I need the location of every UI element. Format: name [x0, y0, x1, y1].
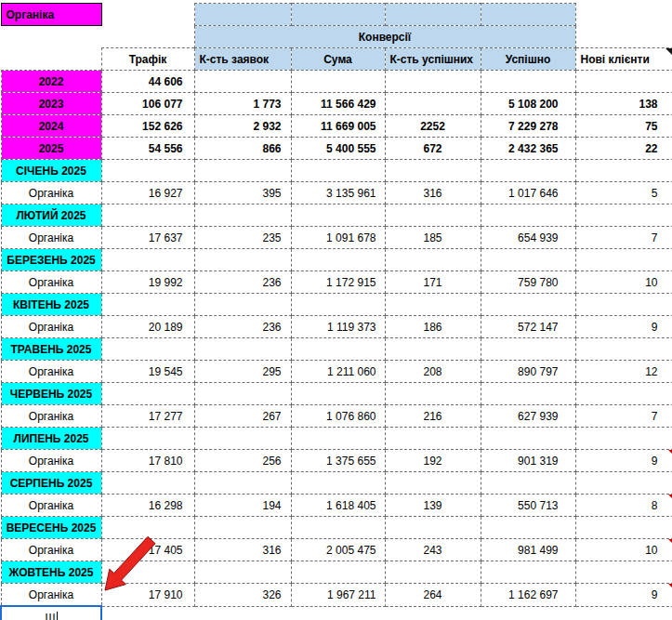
value-cell[interactable]: 7 229 278 [481, 115, 575, 138]
month-header[interactable]: ВЕРЕСЕНЬ 2025 [1, 517, 101, 539]
column-header-success[interactable]: Успішно [481, 48, 575, 71]
empty-cell[interactable] [481, 338, 575, 361]
empty-cell[interactable] [575, 383, 672, 405]
empty-cell[interactable] [101, 338, 194, 361]
column-header-traffic[interactable]: Трафік [101, 48, 194, 71]
value-cell[interactable]: 1 076 860 [291, 405, 385, 428]
value-cell[interactable]: 17 637 [101, 227, 194, 249]
value-cell[interactable]: 890 797 [481, 361, 575, 383]
empty-cell[interactable] [1, 48, 101, 71]
empty-cell[interactable] [194, 338, 291, 361]
value-cell[interactable]: 236 [194, 316, 291, 338]
value-cell[interactable]: 5 108 200 [481, 93, 575, 115]
value-cell[interactable]: 192 [385, 450, 481, 472]
value-cell[interactable]: 1 091 678 [291, 227, 385, 249]
empty-cell[interactable] [194, 561, 291, 584]
empty-cell[interactable] [575, 338, 672, 361]
row-label-organika[interactable]: Органіка [1, 405, 101, 428]
value-cell[interactable]: 10 [575, 539, 672, 561]
value-cell[interactable]: 138 [575, 93, 672, 115]
value-cell[interactable]: 16 927 [101, 182, 194, 204]
row-label-organika[interactable]: Органіка [1, 584, 101, 607]
value-cell[interactable]: 11 566 429 [291, 93, 385, 115]
column-header-sum[interactable]: Сума [291, 48, 385, 71]
empty-cell[interactable] [481, 561, 575, 584]
year-label[interactable]: 2023 [1, 93, 101, 115]
empty-cell[interactable] [575, 4, 672, 26]
value-cell[interactable]: 17 910 [101, 584, 194, 607]
row-label-organika[interactable]: Органіка [1, 450, 101, 472]
value-cell[interactable]: 672 [385, 138, 481, 160]
value-cell[interactable]: 216 [385, 405, 481, 428]
value-cell[interactable]: 194 [194, 495, 291, 517]
empty-cell[interactable] [194, 160, 291, 182]
value-cell[interactable]: 16 298 [101, 495, 194, 517]
empty-cell[interactable] [291, 204, 385, 227]
empty-cell[interactable] [291, 561, 385, 584]
empty-cell[interactable] [291, 160, 385, 182]
value-cell[interactable]: 236 [194, 271, 291, 294]
empty-cell[interactable] [481, 517, 575, 539]
row-label-organika[interactable]: Органіка [1, 227, 101, 249]
value-cell[interactable]: 264 [385, 584, 481, 607]
empty-cell[interactable] [194, 428, 291, 450]
empty-cell[interactable] [481, 249, 575, 271]
value-cell[interactable]: 9 [575, 450, 672, 472]
empty-cell[interactable] [385, 428, 481, 450]
value-cell[interactable]: 11 669 005 [291, 115, 385, 138]
value-cell[interactable]: 1 172 915 [291, 271, 385, 294]
value-cell[interactable] [385, 93, 481, 115]
empty-cell[interactable] [481, 606, 575, 620]
value-cell[interactable] [385, 71, 481, 93]
value-cell[interactable]: 1 967 211 [291, 584, 385, 607]
value-cell[interactable]: 1 119 373 [291, 316, 385, 338]
empty-cell[interactable] [101, 606, 194, 620]
empty-cell[interactable] [575, 249, 672, 271]
empty-cell[interactable] [101, 294, 194, 316]
value-cell[interactable]: 17 810 [101, 450, 194, 472]
active-edit-cell[interactable]: Ш [1, 606, 101, 620]
value-cell[interactable]: 326 [194, 584, 291, 607]
value-cell[interactable]: 22 [575, 138, 672, 160]
value-cell[interactable]: 44 606 [101, 71, 194, 93]
empty-cell[interactable] [291, 294, 385, 316]
empty-cell[interactable] [291, 383, 385, 405]
empty-cell[interactable] [385, 249, 481, 271]
empty-cell[interactable] [291, 4, 385, 26]
value-cell[interactable]: 7 [575, 227, 672, 249]
empty-cell[interactable] [481, 204, 575, 227]
month-header[interactable]: СІЧЕНЬ 2025 [1, 160, 101, 182]
value-cell[interactable]: 1 618 405 [291, 495, 385, 517]
month-header[interactable]: СЕРПЕНЬ 2025 [1, 472, 101, 495]
empty-cell[interactable] [101, 472, 194, 495]
value-cell[interactable]: 1 375 655 [291, 450, 385, 472]
value-cell[interactable]: 572 147 [481, 316, 575, 338]
empty-cell[interactable] [194, 383, 291, 405]
empty-cell[interactable] [575, 428, 672, 450]
value-cell[interactable]: 2 432 365 [481, 138, 575, 160]
value-cell[interactable]: 19 992 [101, 271, 194, 294]
value-cell[interactable]: 171 [385, 271, 481, 294]
empty-cell[interactable] [575, 26, 672, 48]
value-cell[interactable]: 3 135 961 [291, 182, 385, 204]
empty-cell[interactable] [575, 294, 672, 316]
value-cell[interactable]: 316 [385, 182, 481, 204]
year-label[interactable]: 2025 [1, 138, 101, 160]
value-cell[interactable]: 981 499 [481, 539, 575, 561]
year-label[interactable]: 2022 [1, 71, 101, 93]
empty-cell[interactable] [575, 472, 672, 495]
value-cell[interactable]: 243 [385, 539, 481, 561]
row-label-organika[interactable]: Органіка [1, 182, 101, 204]
value-cell[interactable]: 106 077 [101, 93, 194, 115]
value-cell[interactable]: 9 [575, 584, 672, 607]
empty-cell[interactable] [101, 26, 194, 48]
value-cell[interactable]: 1 017 646 [481, 182, 575, 204]
empty-cell[interactable] [291, 249, 385, 271]
empty-cell[interactable] [385, 472, 481, 495]
value-cell[interactable]: 2 005 475 [291, 539, 385, 561]
row-label-organika[interactable]: Органіка [1, 271, 101, 294]
month-header[interactable]: БЕРЕЗЕНЬ 2025 [1, 249, 101, 271]
value-cell[interactable]: 185 [385, 227, 481, 249]
empty-cell[interactable] [385, 561, 481, 584]
value-cell[interactable]: 208 [385, 361, 481, 383]
